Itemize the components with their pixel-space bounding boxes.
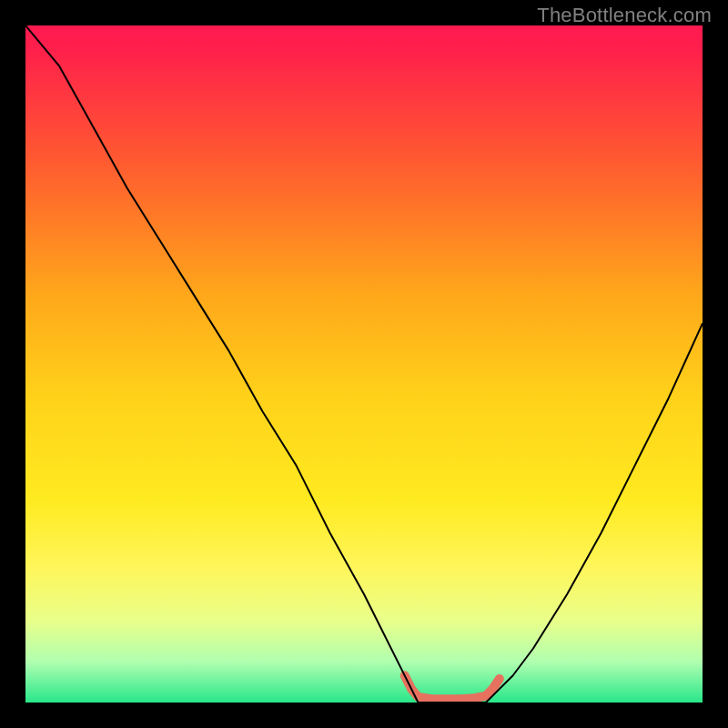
gradient-background: [25, 25, 703, 703]
chart-frame: TheBottleneck.com: [0, 0, 728, 728]
plot-area: [25, 25, 703, 703]
watermark-label: TheBottleneck.com: [537, 4, 712, 27]
chart-svg: [25, 25, 703, 703]
